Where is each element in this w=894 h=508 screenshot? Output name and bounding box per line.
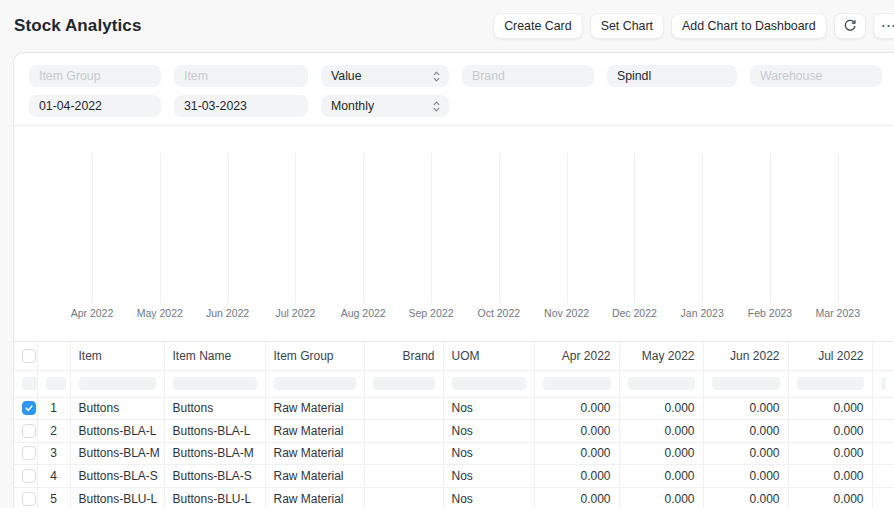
column-filter-cell — [443, 370, 534, 397]
column-filter-input[interactable] — [797, 377, 864, 390]
range-select[interactable]: Monthly — [321, 95, 449, 117]
column-filter-cell — [265, 370, 364, 397]
row-checkbox[interactable] — [22, 401, 36, 415]
to-date-input[interactable] — [174, 95, 308, 117]
brand-cell — [364, 487, 443, 508]
chart-gridline — [228, 153, 229, 303]
page-title: Stock Analytics — [14, 16, 141, 36]
refresh-button[interactable] — [834, 13, 866, 39]
uom-cell: Nos — [443, 442, 534, 465]
column-filter-input[interactable] — [373, 377, 435, 390]
chart-gridline — [770, 153, 771, 303]
item-group-cell: Raw Material — [265, 420, 364, 443]
chart-tick-label: Mar 2023 — [793, 307, 883, 319]
column-filter-input[interactable] — [173, 377, 257, 390]
item-name-cell: Buttons-BLA-L — [164, 420, 265, 443]
month-value-cell: 0.000 — [619, 442, 703, 465]
row-checkbox[interactable] — [22, 469, 36, 483]
row-checkbox[interactable] — [22, 446, 36, 460]
month-value-cell: 0.000 — [534, 465, 619, 488]
month-value-cell: 0.000 — [534, 420, 619, 443]
datatable: ItemItem NameItem GroupBrandUOMApr 2022M… — [14, 341, 894, 508]
column-header[interactable]: Item — [70, 342, 164, 370]
refresh-icon — [843, 19, 857, 33]
stock-analytics-page: { "page": { "title": "Stock Analytics" }… — [0, 0, 894, 508]
spacer-cell — [872, 465, 894, 488]
toolbar: Create Card Set Chart Add Chart to Dashb… — [493, 13, 894, 39]
ellipsis-icon: ··· — [882, 19, 894, 33]
column-header[interactable]: Item Group — [265, 342, 364, 370]
row-number-cell: 5 — [37, 487, 70, 508]
spacer-cell — [872, 487, 894, 508]
table-row: 3Buttons-BLA-MButtons-BLA-MRaw MaterialN… — [14, 442, 894, 465]
column-filter-input[interactable] — [543, 377, 611, 390]
column-filter-input[interactable] — [46, 377, 66, 390]
chart-gridline — [363, 153, 364, 303]
table-row: 1ButtonsButtonsRaw MaterialNos0.0000.000… — [14, 397, 894, 420]
item-name-cell: Buttons-BLU-L — [164, 487, 265, 508]
column-filter-input[interactable] — [22, 377, 37, 390]
column-filter-input[interactable] — [881, 377, 887, 390]
month-value-cell: 0.000 — [619, 465, 703, 488]
column-filter-row — [14, 370, 894, 397]
month-value-cell: 0.000 — [788, 420, 872, 443]
row-checkbox[interactable] — [22, 492, 36, 506]
select-all-checkbox[interactable] — [22, 349, 36, 363]
item-filter-input[interactable] — [174, 65, 308, 87]
month-value-cell: 0.000 — [788, 442, 872, 465]
range-selected: Monthly — [331, 99, 374, 113]
chart-gridline — [702, 153, 703, 303]
column-header[interactable]: Jul 2022 — [788, 342, 872, 370]
table-row: 5Buttons-BLU-LButtons-BLU-LRaw MaterialN… — [14, 487, 894, 508]
column-filter-cell — [619, 370, 703, 397]
item-cell: Buttons-BLU-L — [70, 487, 164, 508]
column-filter-input[interactable] — [79, 377, 156, 390]
value-quantity-select[interactable]: Value — [321, 65, 449, 87]
row-number-cell: 3 — [37, 442, 70, 465]
column-filter-cell — [37, 370, 70, 397]
column-header[interactable]: Brand — [364, 342, 443, 370]
column-header[interactable]: UOM — [443, 342, 534, 370]
column-header[interactable]: May 2022 — [619, 342, 703, 370]
item-group-cell: Raw Material — [265, 465, 364, 488]
more-menu-button[interactable]: ··· — [873, 13, 894, 39]
column-filter-input[interactable] — [628, 377, 695, 390]
chart-gridline — [499, 153, 500, 303]
column-header[interactable]: Item Name — [164, 342, 265, 370]
row-checkbox-cell — [14, 397, 37, 420]
chevron-updown-icon — [433, 101, 440, 112]
from-date-input[interactable] — [29, 95, 161, 117]
row-number-cell: 2 — [37, 420, 70, 443]
column-filter-cell — [70, 370, 164, 397]
chart-gridline — [431, 153, 432, 303]
item-group-cell: Raw Material — [265, 442, 364, 465]
row-checkbox-cell — [14, 465, 37, 488]
column-filter-input[interactable] — [452, 377, 526, 390]
chevron-updown-icon — [433, 71, 440, 82]
column-filter-input[interactable] — [712, 377, 780, 390]
create-card-button[interactable]: Create Card — [493, 13, 583, 39]
company-filter-input[interactable] — [607, 65, 737, 87]
add-chart-to-dashboard-button[interactable]: Add Chart to Dashboard — [671, 13, 827, 39]
stock-analytics-table: ItemItem NameItem GroupBrandUOMApr 2022M… — [14, 342, 894, 508]
row-checkbox[interactable] — [22, 424, 36, 438]
spacer-cell — [872, 442, 894, 465]
uom-cell: Nos — [443, 465, 534, 488]
column-header[interactable]: Apr 2022 — [534, 342, 619, 370]
row-number-cell: 1 — [37, 397, 70, 420]
set-chart-button[interactable]: Set Chart — [590, 13, 664, 39]
table-row: 2Buttons-BLA-LButtons-BLA-LRaw MaterialN… — [14, 420, 894, 443]
column-filter-input[interactable] — [274, 377, 356, 390]
filter-row-2: Monthly — [29, 95, 894, 117]
spacer-header — [872, 342, 894, 370]
brand-cell — [364, 465, 443, 488]
warehouse-filter-input[interactable] — [750, 65, 882, 87]
column-header[interactable]: Jun 2022 — [703, 342, 788, 370]
item-group-filter-input[interactable] — [29, 65, 161, 87]
uom-cell: Nos — [443, 420, 534, 443]
brand-filter-input[interactable] — [462, 65, 594, 87]
check-icon — [24, 403, 34, 413]
column-filter-cell — [872, 370, 894, 397]
item-group-cell: Raw Material — [265, 487, 364, 508]
row-checkbox-cell — [14, 442, 37, 465]
